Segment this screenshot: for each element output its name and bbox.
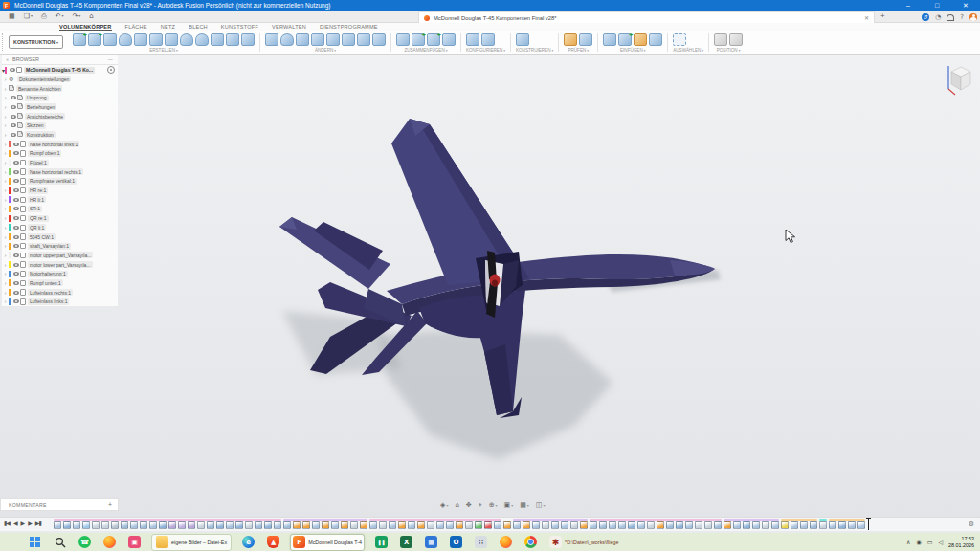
timeline-feature[interactable] xyxy=(302,521,310,529)
timeline-feature[interactable] xyxy=(819,521,827,529)
timeline-feature[interactable] xyxy=(743,521,750,529)
hole-icon[interactable] xyxy=(134,33,147,46)
redo-icon[interactable]: ↷▾ xyxy=(72,11,80,21)
timeline-feature[interactable] xyxy=(791,521,798,529)
motion-link-icon[interactable] xyxy=(442,33,456,46)
visibility-eye-icon[interactable] xyxy=(13,263,19,267)
torus-icon[interactable] xyxy=(211,33,224,46)
expand-chevron-icon[interactable]: › xyxy=(2,86,9,92)
visibility-eye-icon[interactable] xyxy=(13,272,19,276)
measure-icon[interactable] xyxy=(564,33,577,46)
browser-item[interactable]: ›Lufteinlass rechts:1 xyxy=(2,288,118,298)
tab-volumenkörper[interactable]: VOLUMENKÖRPER xyxy=(59,24,112,31)
timeline-feature[interactable] xyxy=(800,521,808,529)
browser-minimize-icon[interactable]: — xyxy=(108,56,113,62)
timeline-feature[interactable] xyxy=(92,521,100,529)
timeline-feature[interactable] xyxy=(695,521,702,529)
visibility-eye-icon[interactable] xyxy=(13,143,19,146)
timeline-feature[interactable] xyxy=(475,521,482,529)
pan-icon[interactable]: ✥ xyxy=(466,501,472,509)
browser-item[interactable]: ›SR:1 xyxy=(2,205,118,214)
browser-item[interactable]: ›Benannte Ansichten xyxy=(2,84,118,94)
undo-icon[interactable]: ↶▾ xyxy=(56,11,64,21)
taskbar-item-green-app[interactable]: ❚❚ xyxy=(373,535,390,550)
visibility-eye-icon[interactable] xyxy=(13,291,19,295)
visibility-eye-icon[interactable] xyxy=(11,105,16,109)
timeline-feature[interactable] xyxy=(609,521,616,529)
visibility-eye-icon[interactable] xyxy=(13,151,19,155)
combine-icon[interactable] xyxy=(326,33,340,46)
timeline-feature[interactable] xyxy=(599,521,607,529)
timeline-feature[interactable] xyxy=(590,521,597,529)
group-label-konfigurieren[interactable]: KONFIGURIEREN xyxy=(466,48,505,53)
revert-position-icon[interactable] xyxy=(729,33,743,46)
visibility-eye-icon[interactable] xyxy=(13,216,19,220)
shell-icon[interactable] xyxy=(311,33,324,46)
aircraft-3d-model[interactable] xyxy=(0,55,980,517)
group-label-ändern[interactable]: ÄNDERN xyxy=(265,48,386,53)
expand-chevron-icon[interactable]: › xyxy=(2,197,9,203)
expand-chevron-icon[interactable]: › xyxy=(2,114,9,120)
visibility-eye-icon[interactable] xyxy=(11,96,16,99)
taskbar-item-calculator[interactable]: ∷ xyxy=(473,535,489,550)
timeline-feature[interactable] xyxy=(446,521,454,529)
new-tab-button[interactable]: + xyxy=(880,11,885,22)
timeline-feature[interactable] xyxy=(733,521,741,529)
timeline-feature[interactable] xyxy=(829,521,836,529)
browser-item[interactable]: ›Ansichtsbereiche xyxy=(2,112,118,121)
timeline-feature[interactable] xyxy=(570,521,578,529)
timeline-feature[interactable] xyxy=(216,521,224,529)
group-label-auswählen[interactable]: AUSWÄHLEN xyxy=(673,48,703,53)
tab-fläche[interactable]: FLÄCHE xyxy=(125,24,147,30)
browser-item[interactable]: ›HR re:1 xyxy=(2,186,118,195)
taskbar-item-fusion[interactable]: FMcDonnell Douglas T-4 xyxy=(290,534,365,551)
expand-chevron-icon[interactable]: › xyxy=(2,215,9,221)
timeline-feature[interactable] xyxy=(312,521,320,529)
configuration-icon[interactable] xyxy=(466,33,479,46)
timeline-feature[interactable] xyxy=(580,521,588,529)
timeline-settings-gear-icon[interactable]: ⚙ xyxy=(969,520,974,528)
expand-chevron-icon[interactable]: › xyxy=(2,206,9,211)
timeline-feature[interactable] xyxy=(54,521,61,529)
timeline-feature[interactable] xyxy=(207,521,214,529)
create-sketch-icon[interactable] xyxy=(88,33,101,46)
taskbar-item-ms-store[interactable]: ▦ xyxy=(423,535,439,550)
timeline-feature[interactable] xyxy=(436,521,444,529)
job-status-icon[interactable]: ↺ xyxy=(922,13,929,21)
timeline-feature[interactable] xyxy=(513,521,521,529)
cylinder-icon[interactable] xyxy=(180,33,193,46)
decal-icon[interactable] xyxy=(634,33,647,46)
timeline-feature[interactable] xyxy=(810,521,817,529)
group-label-einfügen[interactable]: EINFÜGEN xyxy=(603,48,662,53)
browser-item[interactable]: ›QR li:1 xyxy=(2,223,118,232)
new-component-join-icon[interactable] xyxy=(412,33,425,46)
visibility-eye-icon[interactable] xyxy=(13,188,19,192)
configuration-table-icon[interactable] xyxy=(481,33,495,46)
browser-item[interactable]: ›⚙Dokumenteinstellungen xyxy=(2,75,118,84)
rigid-group-icon[interactable] xyxy=(427,33,440,46)
timeline-feature[interactable] xyxy=(188,521,195,529)
visibility-eye-icon[interactable] xyxy=(13,299,19,303)
timeline-feature[interactable] xyxy=(245,521,253,529)
box-icon[interactable] xyxy=(165,33,178,46)
timeline-feature[interactable] xyxy=(781,521,789,529)
timeline-feature[interactable] xyxy=(360,521,368,529)
timeline-feature[interactable] xyxy=(121,521,128,529)
capture-position-icon[interactable] xyxy=(714,33,727,46)
revolve-icon[interactable] xyxy=(119,33,132,46)
expand-chevron-icon[interactable]: › xyxy=(2,234,9,240)
ground-indicator-icon[interactable] xyxy=(107,66,115,74)
taskbar-item-edge[interactable]: e xyxy=(240,535,256,550)
browser-root-node[interactable]: ▾ McDonnell Douglas T-45 Ko... xyxy=(2,65,118,75)
timeline-feature[interactable] xyxy=(168,521,176,529)
extrude-icon[interactable] xyxy=(103,33,117,46)
timeline-feature[interactable] xyxy=(73,521,80,529)
browser-item[interactable]: ›Rumpf unten:1 xyxy=(2,278,118,288)
timeline-feature[interactable] xyxy=(465,521,473,529)
grid-settings-icon[interactable]: ▦▾ xyxy=(520,501,529,509)
timeline-feature[interactable] xyxy=(551,521,559,529)
workspace-selector[interactable]: KONSTRUKTION ▾ xyxy=(9,35,63,49)
tab-blech[interactable]: BLECH xyxy=(189,24,208,30)
fillet-icon[interactable] xyxy=(280,33,294,46)
timeline-playback-1[interactable]: ◀ xyxy=(13,519,17,526)
